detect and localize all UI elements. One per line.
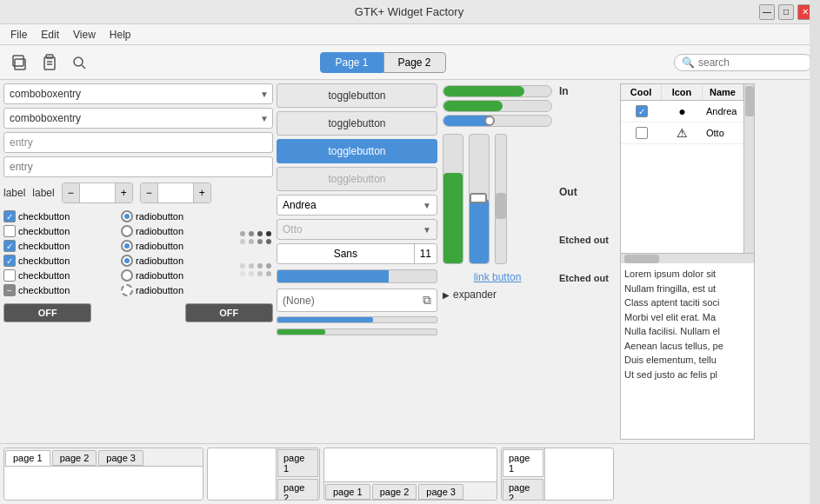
v-slider1[interactable]	[469, 134, 490, 264]
font-name[interactable]: Sans	[277, 244, 415, 263]
h-sliders	[443, 85, 552, 127]
table-h-thumb[interactable]	[624, 255, 659, 263]
search-icon: 🔍	[682, 56, 695, 69]
radio5-label[interactable]: radiobutton	[121, 269, 235, 282]
spin-plus2[interactable]: +	[193, 183, 210, 202]
checkbox2-label[interactable]: checkbutton	[3, 225, 117, 237]
warning-icon: ⚠	[677, 126, 688, 140]
toolbar-icon2[interactable]	[37, 50, 63, 76]
entry2[interactable]	[3, 156, 273, 177]
radio6[interactable]	[121, 284, 133, 296]
toolbar-icon1[interactable]	[7, 50, 33, 76]
v-slider1-thumb	[470, 193, 487, 203]
v-bar1[interactable]	[443, 134, 463, 264]
menubar: File Edit View Help	[0, 24, 820, 45]
bottom-tab1-page2[interactable]: page 2	[52, 450, 97, 466]
bottom-tab4-page1[interactable]: page 1	[503, 449, 543, 477]
bottom-tab1-content	[4, 467, 203, 500]
toggle-btn1[interactable]: togglebutton	[277, 83, 437, 108]
menu-view[interactable]: View	[66, 27, 103, 43]
spin-minus2[interactable]: −	[141, 183, 158, 202]
radio3-label[interactable]: radiobutton	[121, 240, 235, 252]
spin-input1[interactable]	[80, 185, 115, 201]
menu-file[interactable]: File	[3, 27, 34, 43]
table-h-scrollbar[interactable]	[621, 253, 754, 263]
main-content: comboboxentry ▼ comboboxentry ▼ label la…	[0, 80, 820, 443]
checkbox1-label[interactable]: ✓ checkbutton	[3, 210, 117, 222]
checkbox6[interactable]: −	[3, 284, 16, 296]
checkbox2[interactable]	[3, 225, 16, 237]
link-button[interactable]: link button	[443, 271, 552, 283]
expander[interactable]: ▶ expander	[443, 287, 552, 302]
font-size[interactable]: 11	[415, 244, 437, 263]
combobox1-arrow: ▼	[260, 90, 269, 99]
etched-out1-label: Etched out	[559, 235, 615, 245]
toggle-off2[interactable]: OFF	[185, 303, 273, 322]
checkbox4-label[interactable]: ✓ checkbutton	[3, 255, 117, 267]
lorem-text: Lorem ipsum dolor sit Nullam fringilla, …	[624, 267, 750, 381]
radio1[interactable]	[121, 210, 133, 222]
table-panel: Cool Icon Name ✓ ● Andrea	[620, 83, 755, 440]
tab-page2[interactable]: Page 2	[383, 52, 446, 73]
bottom-tab4-page2[interactable]: page 2	[503, 479, 543, 501]
dot	[240, 263, 245, 269]
cool-checkbox1[interactable]: ✓	[636, 105, 648, 117]
h-slider2[interactable]	[443, 100, 552, 112]
radio3[interactable]	[121, 240, 133, 252]
table-scrollbar[interactable]	[743, 84, 754, 253]
toggle-btn2[interactable]: togglebutton	[277, 111, 437, 136]
bottom-tab3-page1[interactable]: page 1	[325, 484, 370, 500]
tab-page1[interactable]: Page 1	[320, 52, 383, 73]
entry1[interactable]	[3, 132, 273, 153]
bottom-tab3-page3[interactable]: page 3	[418, 484, 463, 500]
checkbox3-label[interactable]: ✓ checkbutton	[3, 240, 117, 252]
checkbox4[interactable]: ✓	[3, 255, 16, 267]
cool-checkbox2[interactable]	[636, 127, 648, 139]
radio5[interactable]	[121, 269, 133, 282]
radio4[interactable]	[121, 255, 133, 267]
small-progress-fill2	[277, 329, 325, 335]
bottom-tabs3-header: page 1 page 2 page 3	[324, 481, 497, 500]
radio1-label[interactable]: radiobutton	[121, 210, 235, 222]
h-slider3[interactable]	[443, 115, 552, 127]
checkbox5-label[interactable]: checkbutton	[3, 269, 117, 282]
scrollbar-thumb[interactable]	[496, 193, 506, 219]
bottom-tab3-page2[interactable]: page 2	[372, 484, 417, 500]
bottom-tab2-page1[interactable]: page 1	[277, 449, 318, 477]
checkbox5[interactable]	[3, 269, 16, 282]
toolbar-search-icon[interactable]	[66, 50, 92, 76]
h-slider1[interactable]	[443, 85, 552, 97]
bottom-tab4-content	[545, 448, 613, 500]
table-row: ✓ ● Andrea	[621, 101, 743, 123]
radio6-label[interactable]: radiobutton	[121, 284, 235, 296]
maximize-button[interactable]: □	[778, 4, 794, 20]
toggle-off1[interactable]: OFF	[3, 303, 91, 322]
table-scrollbar-thumb[interactable]	[745, 86, 754, 116]
checkbox3[interactable]: ✓	[3, 240, 16, 252]
toggle-btn3[interactable]: togglebutton	[277, 139, 437, 163]
combo-andrea[interactable]: Andrea ▼	[277, 195, 437, 216]
radio4-label[interactable]: radiobutton	[121, 255, 235, 267]
spin-plus1[interactable]: +	[115, 183, 132, 202]
scrollbar-v[interactable]	[495, 134, 507, 264]
radio2-label[interactable]: radiobutton	[121, 225, 235, 237]
bottom-tab2-page2[interactable]: page 2	[277, 479, 318, 501]
spin-input2[interactable]	[158, 185, 193, 201]
combobox2[interactable]: comboboxentry ▼	[3, 108, 273, 129]
bottom-area: page 1 page 2 page 3 page 1 page 2 page …	[0, 443, 820, 504]
radio2[interactable]	[121, 225, 133, 237]
bottom-tab1-page1[interactable]: page 1	[5, 450, 50, 466]
spin-minus1[interactable]: −	[63, 183, 80, 202]
checkbox6-label[interactable]: − checkbutton	[3, 284, 117, 296]
bottom-tab1-page3[interactable]: page 3	[98, 450, 143, 466]
minimize-button[interactable]: —	[759, 4, 775, 20]
menu-help[interactable]: Help	[103, 27, 138, 43]
checkbox1[interactable]: ✓	[3, 210, 16, 222]
none-row: (None) ⧉	[277, 288, 437, 312]
col-cool: Cool	[621, 84, 662, 100]
copy-icon[interactable]: ⧉	[423, 293, 431, 308]
dot	[240, 239, 245, 244]
combobox1[interactable]: comboboxentry ▼	[3, 83, 273, 104]
search-input[interactable]	[698, 56, 803, 69]
menu-edit[interactable]: Edit	[34, 27, 66, 43]
